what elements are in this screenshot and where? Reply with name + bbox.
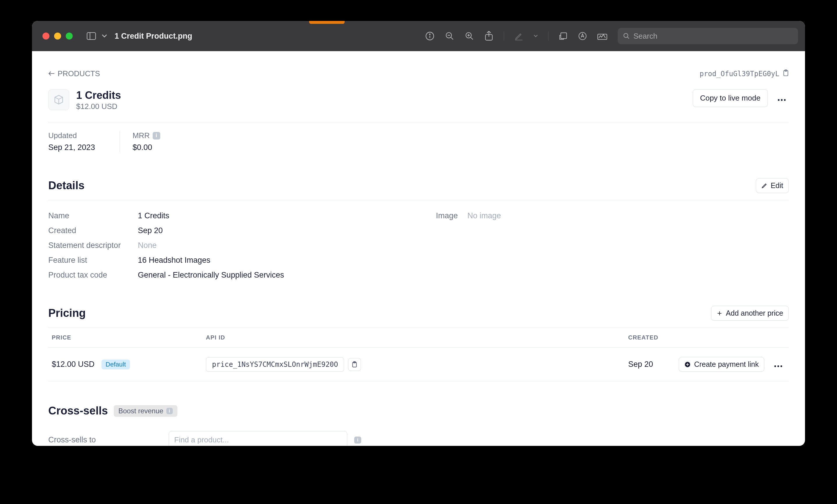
add-price-button[interactable]: Add another price [711, 306, 789, 321]
cross-sells-input[interactable] [169, 431, 347, 446]
breadcrumb-label: PRODUCTS [58, 69, 100, 78]
copy-api-id-button[interactable] [348, 358, 361, 371]
svg-line-18 [628, 37, 629, 39]
traffic-lights [42, 33, 73, 39]
zoom-out-icon[interactable] [445, 31, 454, 41]
pricing-row[interactable]: $12.00 USD Default price_1NsYS7CMCmxSLOn… [48, 348, 789, 381]
cross-sells-row: Cross-sells to i [48, 431, 789, 446]
create-payment-link-button[interactable]: Create payment link [679, 357, 764, 372]
detail-name-label: Name [48, 211, 138, 220]
svg-point-25 [784, 99, 786, 101]
arrow-left-icon [48, 69, 55, 78]
window-maximize-button[interactable] [66, 33, 73, 39]
boost-label: Boost revenue [118, 407, 163, 415]
stat-updated-value: Sep 21, 2023 [48, 143, 95, 152]
breadcrumb-row: PRODUCTS prod_OfuGl39TpEG0yL [48, 69, 789, 78]
svg-point-35 [781, 365, 782, 367]
header-overflow-button[interactable] [775, 92, 789, 105]
detail-name-value: 1 Credits [138, 211, 169, 220]
stat-updated: Updated Sep 21, 2023 [48, 131, 108, 152]
row-price: $12.00 USD [52, 360, 94, 369]
edit-button[interactable]: Edit [756, 178, 789, 193]
info-tooltip-icon[interactable]: i [354, 436, 361, 444]
toolbar-divider [504, 31, 504, 41]
section-title-details: Details [48, 179, 85, 192]
product-subprice: $12.00 USD [76, 102, 121, 111]
details-area: Name1 Credits CreatedSep 20 Statement de… [48, 208, 789, 282]
section-head-cross-sells: Cross-sells Boost revenue i [48, 405, 789, 417]
window-close-button[interactable] [42, 33, 50, 39]
stat-updated-label: Updated [48, 131, 95, 140]
svg-rect-14 [561, 33, 567, 39]
head-api: API ID [206, 334, 628, 341]
svg-point-33 [774, 365, 776, 367]
adjust-icon[interactable] [598, 32, 607, 40]
detail-tax-value: General - Electronically Supplied Servic… [138, 270, 284, 280]
info-tooltip-icon[interactable]: i [153, 132, 160, 139]
detail-feat-label: Feature list [48, 256, 138, 265]
titlebar: 1 Credit Product.png [32, 21, 805, 51]
markup-icon[interactable] [578, 32, 587, 40]
edit-button-label: Edit [771, 181, 783, 190]
detail-feat-value: 16 Headshot Images [138, 256, 210, 265]
svg-point-24 [781, 99, 783, 101]
window-title: 1 Credit Product.png [114, 32, 192, 41]
stat-mrr-value: $0.00 [132, 143, 160, 152]
default-badge: Default [102, 359, 130, 369]
detail-image-value: No image [467, 211, 501, 220]
row-created: Sep 20 [628, 360, 663, 369]
product-cube-icon [48, 89, 69, 110]
search-field[interactable] [618, 28, 798, 44]
detail-stmt-value: None [138, 241, 157, 250]
sidebar-toggle-icon[interactable] [87, 32, 96, 40]
svg-point-17 [624, 33, 628, 37]
api-id-pill[interactable]: price_1NsYS7CMCmxSLOnrWjmE920O [206, 357, 344, 372]
detail-image-label: Image [436, 211, 467, 220]
info-tooltip-icon[interactable]: i [166, 408, 173, 414]
search-icon [623, 33, 630, 39]
product-header: 1 Credits $12.00 USD Copy to live mode [48, 89, 789, 111]
head-price: PRICE [52, 334, 206, 341]
section-title-cross-sells: Cross-sells [48, 405, 108, 417]
zoom-in-icon[interactable] [465, 31, 474, 41]
app-window: 1 Credit Product.png [32, 21, 805, 446]
svg-point-34 [777, 365, 779, 367]
chevron-down-icon[interactable] [102, 34, 107, 38]
row-overflow-button[interactable] [771, 358, 785, 371]
copy-to-live-button[interactable]: Copy to live mode [693, 89, 768, 107]
divider [48, 200, 789, 200]
rotate-icon[interactable] [559, 32, 568, 40]
product-id-wrap: prod_OfuGl39TpEG0yL [699, 70, 789, 78]
svg-rect-0 [87, 33, 95, 39]
clipboard-icon[interactable] [783, 70, 789, 78]
svg-point-4 [430, 34, 430, 35]
page-content: PRODUCTS prod_OfuGl39TpEG0yL 1 Credits $… [32, 51, 805, 446]
detail-stmt-label: Statement descriptor [48, 241, 138, 250]
pricing-table-head: PRICE API ID CREATED [48, 328, 789, 348]
create-link-label: Create payment link [694, 360, 759, 369]
window-minimize-button[interactable] [54, 33, 61, 39]
svg-line-9 [471, 37, 473, 39]
section-head-details: Details Edit [48, 178, 789, 193]
add-price-label: Add another price [726, 309, 783, 317]
head-created: CREATED [628, 334, 663, 341]
toolbar-divider [548, 31, 549, 41]
svg-point-23 [778, 99, 780, 101]
product-id: prod_OfuGl39TpEG0yL [699, 70, 779, 78]
info-icon[interactable] [425, 31, 434, 41]
share-icon[interactable] [484, 31, 493, 41]
detail-created-label: Created [48, 226, 138, 235]
chevron-down-small-icon[interactable] [534, 35, 538, 37]
stats-row: Updated Sep 21, 2023 MRR i $0.00 [48, 123, 789, 167]
section-title-pricing: Pricing [48, 307, 86, 319]
breadcrumb-products[interactable]: PRODUCTS [48, 69, 100, 78]
boost-revenue-badge: Boost revenue i [114, 405, 177, 417]
section-head-pricing: Pricing Add another price [48, 306, 789, 321]
pencil-icon[interactable] [515, 32, 523, 40]
stat-mrr-label: MRR [132, 131, 150, 140]
svg-rect-16 [598, 34, 607, 39]
detail-tax-label: Product tax code [48, 270, 138, 280]
product-title: 1 Credits [76, 89, 121, 101]
cross-sells-to-label: Cross-sells to [48, 435, 162, 444]
search-input[interactable] [634, 32, 793, 41]
